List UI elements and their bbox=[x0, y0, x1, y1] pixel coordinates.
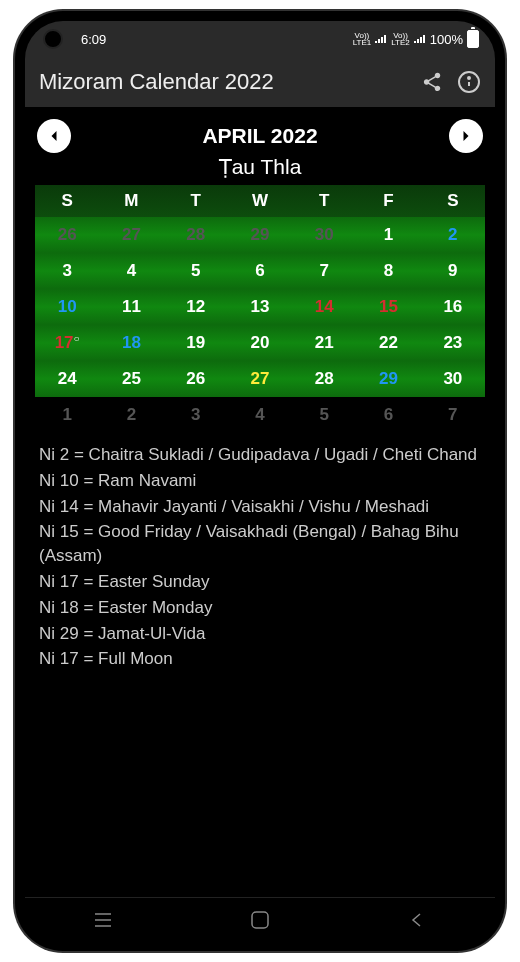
day-cell[interactable]: 7 bbox=[421, 397, 485, 433]
svg-rect-6 bbox=[252, 912, 268, 928]
event-item: Ni 29 = Jamat-Ul-Vida bbox=[39, 622, 481, 646]
day-header: T bbox=[164, 185, 228, 217]
day-cell[interactable]: 2 bbox=[99, 397, 163, 433]
day-cell[interactable]: 27 bbox=[228, 361, 292, 397]
day-cell[interactable]: 10 bbox=[35, 289, 99, 325]
day-cell[interactable]: 30 bbox=[421, 361, 485, 397]
share-icon[interactable] bbox=[421, 71, 443, 93]
info-icon[interactable] bbox=[457, 70, 481, 94]
event-item: Ni 15 = Good Friday / Vaisakhadi (Bengal… bbox=[39, 520, 481, 568]
month-title: APRIL 2022 bbox=[202, 124, 317, 148]
recents-button[interactable] bbox=[73, 912, 133, 928]
day-header: F bbox=[356, 185, 420, 217]
home-button[interactable] bbox=[230, 911, 290, 929]
event-item: Ni 18 = Easter Monday bbox=[39, 596, 481, 620]
back-button[interactable] bbox=[387, 912, 447, 928]
day-cell[interactable]: 6 bbox=[228, 253, 292, 289]
day-cell[interactable]: 4 bbox=[99, 253, 163, 289]
day-cell[interactable]: 17○ bbox=[35, 325, 99, 361]
battery-icon bbox=[467, 30, 479, 48]
day-cell[interactable]: 5 bbox=[292, 397, 356, 433]
event-item: Ni 14 = Mahavir Jayanti / Vaisakhi / Vis… bbox=[39, 495, 481, 519]
day-cell[interactable]: 22 bbox=[356, 325, 420, 361]
day-header: S bbox=[421, 185, 485, 217]
signal-bars-2-icon bbox=[414, 33, 426, 45]
calendar-grid: SMTWTFS262728293012345678910111213141516… bbox=[35, 185, 485, 433]
day-cell[interactable]: 15 bbox=[356, 289, 420, 325]
events-list: Ni 2 = Chaitra Sukladi / Gudipadava / Ug… bbox=[25, 433, 495, 683]
day-header: W bbox=[228, 185, 292, 217]
day-cell[interactable]: 3 bbox=[164, 397, 228, 433]
day-cell[interactable]: 25 bbox=[99, 361, 163, 397]
signal-2: Vo)) LTE2 bbox=[391, 32, 410, 46]
day-cell[interactable]: 14 bbox=[292, 289, 356, 325]
day-cell[interactable]: 9 bbox=[421, 253, 485, 289]
system-nav-bar bbox=[25, 897, 495, 941]
day-cell[interactable]: 30 bbox=[292, 217, 356, 253]
event-item: Ni 17 = Easter Sunday bbox=[39, 570, 481, 594]
event-item: Ni 17 = Full Moon bbox=[39, 647, 481, 671]
day-cell[interactable]: 28 bbox=[164, 217, 228, 253]
day-cell[interactable]: 27 bbox=[99, 217, 163, 253]
day-cell[interactable]: 12 bbox=[164, 289, 228, 325]
day-cell[interactable]: 7 bbox=[292, 253, 356, 289]
day-cell[interactable]: 28 bbox=[292, 361, 356, 397]
status-time: 6:09 bbox=[81, 32, 106, 47]
day-cell[interactable]: 19 bbox=[164, 325, 228, 361]
day-cell[interactable]: 13 bbox=[228, 289, 292, 325]
phone-screen: 6:09 Vo)) LTE1 Vo)) LTE2 100% bbox=[25, 21, 495, 941]
day-cell[interactable]: 29 bbox=[356, 361, 420, 397]
prev-month-button[interactable] bbox=[37, 119, 71, 153]
day-cell[interactable]: 29 bbox=[228, 217, 292, 253]
day-cell[interactable]: 11 bbox=[99, 289, 163, 325]
day-cell[interactable]: 16 bbox=[421, 289, 485, 325]
day-cell[interactable]: 3 bbox=[35, 253, 99, 289]
event-item: Ni 2 = Chaitra Sukladi / Gudipadava / Ug… bbox=[39, 443, 481, 467]
day-cell[interactable]: 23 bbox=[421, 325, 485, 361]
app-bar: Mizoram Calendar 2022 bbox=[25, 57, 495, 107]
day-header: T bbox=[292, 185, 356, 217]
status-bar: 6:09 Vo)) LTE1 Vo)) LTE2 100% bbox=[25, 21, 495, 57]
event-item: Ni 10 = Ram Navami bbox=[39, 469, 481, 493]
day-cell[interactable]: 26 bbox=[164, 361, 228, 397]
day-cell[interactable]: 6 bbox=[356, 397, 420, 433]
full-moon-icon: ○ bbox=[74, 333, 80, 344]
day-cell[interactable]: 1 bbox=[356, 217, 420, 253]
day-header: M bbox=[99, 185, 163, 217]
app-title: Mizoram Calendar 2022 bbox=[39, 69, 407, 95]
month-subtitle: Ṭau Thla bbox=[25, 155, 495, 185]
day-cell[interactable]: 2 bbox=[421, 217, 485, 253]
signal-1: Vo)) LTE1 bbox=[353, 32, 372, 46]
day-cell[interactable]: 26 bbox=[35, 217, 99, 253]
day-cell[interactable]: 21 bbox=[292, 325, 356, 361]
day-cell[interactable]: 18 bbox=[99, 325, 163, 361]
phone-frame: 6:09 Vo)) LTE1 Vo)) LTE2 100% bbox=[15, 11, 505, 951]
next-month-button[interactable] bbox=[449, 119, 483, 153]
day-cell[interactable]: 1 bbox=[35, 397, 99, 433]
month-nav: APRIL 2022 bbox=[25, 107, 495, 155]
svg-point-2 bbox=[468, 77, 470, 79]
day-cell[interactable]: 24 bbox=[35, 361, 99, 397]
day-cell[interactable]: 8 bbox=[356, 253, 420, 289]
day-cell[interactable]: 5 bbox=[164, 253, 228, 289]
battery-percent: 100% bbox=[430, 32, 463, 47]
signal-bars-1-icon bbox=[375, 33, 387, 45]
day-cell[interactable]: 4 bbox=[228, 397, 292, 433]
day-header: S bbox=[35, 185, 99, 217]
camera-cutout bbox=[43, 29, 63, 49]
status-right: Vo)) LTE1 Vo)) LTE2 100% bbox=[353, 30, 479, 48]
day-cell[interactable]: 20 bbox=[228, 325, 292, 361]
